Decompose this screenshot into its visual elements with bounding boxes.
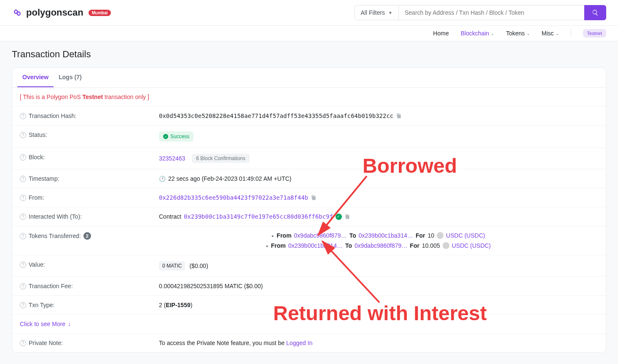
nav-misc-label: Misc	[542, 30, 554, 37]
label-value: ? Value:	[20, 261, 159, 268]
page-container: Transaction Details Overview Logs (7) [ …	[0, 41, 618, 360]
txntype-bold: EIP-1559	[166, 302, 190, 308]
label-status-text: Status:	[29, 131, 47, 138]
token-icon	[437, 232, 443, 239]
help-icon[interactable]: ?	[20, 154, 26, 161]
nav-home[interactable]: Home	[433, 30, 449, 37]
value-from: 0x226d82b335c6ee590ba4423f97022a3e71a8f4…	[159, 194, 598, 201]
fee-text: 0.000421982502531895 MATIC ($0.00)	[159, 283, 263, 289]
login-link[interactable]: Logged In	[286, 340, 312, 346]
help-icon[interactable]: ?	[20, 132, 26, 138]
note-prefix: To access the Private Note feature, you …	[159, 340, 286, 346]
details-card: Overview Logs (7) [ This is a Polygon Po…	[12, 67, 606, 353]
help-icon[interactable]: ?	[20, 283, 26, 289]
help-icon[interactable]: ?	[20, 262, 26, 268]
row-txhash: ? Transaction Hash: 0x0d54353c0e5208228e…	[12, 106, 606, 125]
label-fee: ? Transaction Fee:	[20, 283, 159, 289]
transfer-amount: 10	[428, 232, 435, 239]
label-txhash: ? Transaction Hash:	[20, 112, 159, 119]
tab-overview[interactable]: Overview	[17, 68, 54, 87]
label-block: ? Block:	[20, 154, 159, 161]
txntype-prefix: 2 (	[159, 302, 166, 308]
label-timestamp-text: Timestamp:	[29, 175, 59, 182]
row-fee: ? Transaction Fee: 0.000421982502531895 …	[12, 276, 606, 295]
help-icon[interactable]: ?	[20, 233, 26, 239]
notice-bold: Testnet	[82, 94, 103, 100]
chevron-down-icon: ⌄	[491, 31, 494, 36]
caret-icon: ▸	[266, 244, 269, 248]
label-block-text: Block:	[29, 154, 45, 161]
help-icon[interactable]: ?	[20, 113, 26, 119]
help-icon[interactable]: ?	[20, 302, 26, 308]
label-txntype-text: Txn Type:	[29, 302, 54, 308]
value-timestamp: 🕐 22 secs ago (Feb-24-2023 01:49:02 AM +…	[159, 175, 598, 182]
copy-icon[interactable]	[396, 113, 402, 119]
tab-logs[interactable]: Logs (7)	[54, 68, 86, 87]
filter-dropdown[interactable]: All Filters ▼	[355, 5, 399, 20]
label-timestamp: ? Timestamp:	[20, 175, 159, 182]
search-icon	[592, 9, 599, 16]
help-icon[interactable]: ?	[20, 214, 26, 220]
help-icon[interactable]: ?	[20, 176, 26, 182]
help-icon[interactable]: ?	[20, 195, 26, 201]
notice-prefix: [ This is a Polygon PoS	[20, 94, 82, 100]
transfer-for-label: For	[416, 232, 425, 239]
logo[interactable]: polygonscan Mumbai	[12, 7, 111, 18]
from-link[interactable]: 0x226d82b335c6ee590ba4423f97022a3e71a8f4…	[159, 194, 308, 201]
nav-blockchain[interactable]: Blockchain ⌄	[461, 30, 494, 37]
caret-icon: ▸	[272, 233, 274, 238]
confirmations-badge: 6 Block Confirmations	[192, 154, 250, 163]
help-icon[interactable]: ?	[20, 340, 26, 346]
row-from: ? From: 0x226d82b335c6ee590ba4423f97022a…	[12, 188, 606, 207]
see-more-link[interactable]: Click to see More ↓	[20, 321, 71, 327]
copy-icon[interactable]	[311, 195, 317, 201]
value-value: 0 MATIC ($0.00)	[159, 261, 598, 270]
label-status: ? Status:	[20, 131, 159, 138]
see-more-text: Click to see More	[20, 321, 65, 327]
to-link[interactable]: 0x239b00c1ba3149c7f0e197e65cc80d036ff6bc…	[184, 213, 333, 220]
row-note: ? Private Note: To access the Private No…	[12, 333, 606, 352]
chevron-down-icon: ⌄	[527, 31, 530, 36]
testnet-notice: [ This is a Polygon PoS Testnet transact…	[12, 88, 606, 106]
nav-tokens[interactable]: Tokens ⌄	[506, 30, 529, 37]
nav-divider	[571, 29, 571, 37]
label-tokens: ? Tokens Transferred: 2	[20, 232, 159, 240]
search-area: All Filters ▼	[355, 5, 606, 20]
transfer-from-link[interactable]: 0x9dabc9860f879…	[294, 232, 347, 239]
value-to: Contract 0x239b00c1ba3149c7f0e197e65cc80…	[159, 213, 598, 220]
transfer-row: ▸ From 0x239b00c1ba314… To 0x9dabc9860f8…	[266, 242, 491, 249]
transfer-from-label: From	[271, 242, 286, 249]
transfer-from-link[interactable]: 0x239b00c1ba314…	[288, 242, 343, 249]
value-badge: 0 MATIC	[159, 261, 185, 270]
label-from: ? From:	[20, 194, 159, 201]
status-text: Success	[170, 134, 189, 139]
row-block: ? Block: 32352463 6 Block Confirmations	[12, 147, 606, 169]
label-value-text: Value:	[29, 261, 45, 268]
transfer-list: ▸ From 0x9dabc9860f879… To 0x239b00c1ba3…	[159, 232, 598, 249]
value-txhash: 0x0d54353c0e5208228e4158ae771d4f57adff53…	[159, 112, 598, 119]
top-header: polygonscan Mumbai All Filters ▼	[0, 0, 618, 26]
row-timestamp: ? Timestamp: 🕐 22 secs ago (Feb-24-2023 …	[12, 169, 606, 188]
logo-text: polygonscan	[26, 7, 83, 18]
row-more: Click to see More ↓	[12, 314, 606, 333]
transfer-row: ▸ From 0x9dabc9860f879… To 0x239b00c1ba3…	[272, 232, 485, 239]
label-txhash-text: Transaction Hash:	[29, 112, 76, 119]
label-note-text: Private Note:	[29, 340, 63, 346]
nav-misc[interactable]: Misc ⌄	[542, 30, 559, 37]
clock-icon: 🕐	[159, 176, 166, 182]
transfer-token-link[interactable]: USDC (USDC)	[446, 232, 485, 239]
transfer-token-link[interactable]: USDC (USDC)	[452, 242, 491, 249]
copy-icon[interactable]	[344, 214, 350, 219]
value-note: To access the Private Note feature, you …	[159, 340, 598, 346]
txntype-suffix: )	[191, 302, 193, 308]
transfer-to-link[interactable]: 0x239b00c1ba314…	[359, 232, 413, 239]
label-txntype: ? Txn Type:	[20, 302, 159, 308]
value-block: 32352463 6 Block Confirmations	[159, 154, 598, 163]
block-link[interactable]: 32352463	[159, 155, 185, 162]
search-input[interactable]	[399, 5, 584, 20]
value-txntype: 2 (EIP-1559)	[159, 302, 598, 308]
search-button[interactable]	[584, 5, 606, 20]
row-status: ? Status: ✓ Success	[12, 125, 606, 147]
transfer-to-link[interactable]: 0x9dabc9860f879…	[355, 242, 407, 249]
testnet-pill[interactable]: Testnet	[583, 29, 606, 37]
